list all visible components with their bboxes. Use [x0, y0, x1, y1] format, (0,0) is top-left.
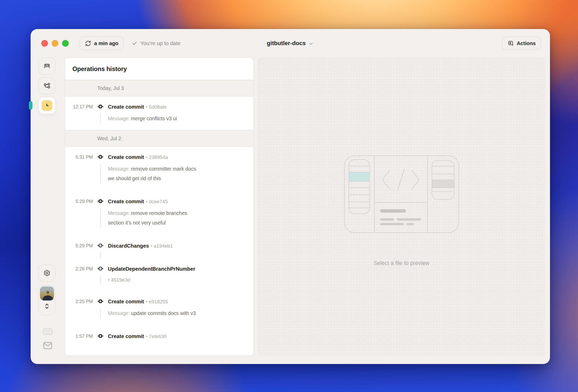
- entry-sha: 238954a: [149, 155, 168, 160]
- entry-connector-line: [100, 309, 101, 318]
- entry-sha: •4519e3d: [108, 276, 245, 284]
- active-tab-indicator: [29, 101, 32, 110]
- bullet: •: [151, 243, 153, 249]
- branches-icon: [43, 82, 51, 90]
- bullet: •: [146, 104, 148, 110]
- project-name: gitbutler-docs: [267, 40, 306, 47]
- actions-button[interactable]: Actions: [502, 37, 541, 50]
- sync-button[interactable]: a min ago: [80, 37, 123, 50]
- entry-time: 2:25 PM: [65, 298, 93, 305]
- close-button[interactable]: [41, 40, 48, 47]
- commit-message: Message:update commits docs with v3: [108, 309, 245, 318]
- date-header: Today, Jul 3: [65, 80, 253, 96]
- sidebar-item-workspace[interactable]: [38, 58, 56, 75]
- sidebar-item-history[interactable]: [38, 97, 56, 114]
- desktop-wallpaper: a min ago You’re up to date gitbutler-do…: [0, 0, 578, 392]
- entry-operation: DiscardChanges: [108, 243, 149, 249]
- commit-message: Message:remove remote branches: [108, 208, 245, 218]
- sidebar-item-branches[interactable]: [38, 77, 56, 94]
- date-header: Wed, Jul 2: [65, 130, 253, 147]
- up-down-chevrons-icon: [43, 302, 51, 312]
- entry-time: 5:31 PM: [65, 153, 93, 161]
- bullet: •: [146, 155, 148, 160]
- mail-icon[interactable]: [43, 342, 52, 349]
- workbench-icon: [43, 62, 51, 70]
- sync-icon: [85, 40, 91, 47]
- bullet: •: [108, 277, 110, 283]
- account-switcher[interactable]: [38, 285, 56, 315]
- history-clock-icon: [42, 100, 52, 111]
- bullet: •: [146, 299, 148, 304]
- operations-history-panel: Operations history Today, Jul 3 12:17 PM…: [65, 58, 254, 356]
- entry-connector-line: [100, 164, 101, 183]
- history-entry[interactable]: 12:17 PM Create commit•5d08afe Message:m…: [65, 96, 253, 130]
- history-entry[interactable]: 5:31 PM Create commit•238954a Message:re…: [65, 147, 253, 191]
- entry-connector-line: [100, 276, 101, 284]
- entry-connector-line: [100, 252, 101, 258]
- minimize-button[interactable]: [52, 40, 58, 47]
- commit-node-icon: [97, 265, 104, 272]
- commit-message: section it’s not very useful: [108, 218, 245, 228]
- history-entry[interactable]: 5:29 PM DiscardChanges•a194eb1: [65, 235, 253, 258]
- panel-title: Operations history: [65, 58, 253, 80]
- traffic-lights: [41, 40, 69, 47]
- status-label: You’re up to date: [140, 40, 180, 46]
- history-entry[interactable]: 5:29 PM Create commit•dcee745 Message:re…: [65, 191, 253, 235]
- create-commit-icon: [97, 333, 104, 339]
- chevron-down-icon: [308, 40, 314, 47]
- create-commit-icon: [97, 153, 104, 160]
- user-avatar[interactable]: [40, 286, 54, 300]
- entry-operation: Create commit: [108, 154, 144, 160]
- preview-placeholder: Select a file to preview: [258, 260, 545, 267]
- entry-sha: 7efe630: [149, 334, 167, 339]
- sidebar-item-settings[interactable]: [38, 264, 56, 282]
- entry-time: 5:29 PM: [65, 198, 93, 205]
- entry-time: 12:17 PM: [65, 103, 93, 111]
- commit-message: Message:merge conflicts v3 ui: [108, 114, 245, 123]
- entry-operation: Create commit: [108, 104, 144, 110]
- keyboard-icon[interactable]: [43, 328, 52, 335]
- empty-preview-illustration: [344, 155, 459, 234]
- bullet: •: [146, 334, 148, 339]
- actions-sparkle-icon: [507, 40, 514, 47]
- sidebar-rail: [31, 58, 65, 356]
- titlebar: a min ago You’re up to date gitbutler-do…: [31, 29, 550, 58]
- commit-node-icon: [97, 242, 104, 249]
- commit-message: Message:remove committer mark docs: [108, 164, 245, 174]
- sync-label: a min ago: [94, 40, 118, 46]
- entry-time: 2:26 PM: [65, 265, 93, 272]
- file-preview-panel: Select a file to preview: [258, 58, 545, 356]
- entry-sha: 5d08afe: [149, 104, 167, 110]
- history-entry[interactable]: 2:26 PM UpdateDependentBranchPrNumber •4…: [65, 258, 253, 291]
- create-commit-icon: [97, 298, 104, 305]
- entry-operation: Create commit: [108, 299, 144, 304]
- entry-operation: Create commit: [108, 199, 144, 204]
- entry-connector-line: [100, 208, 101, 228]
- entry-operation: UpdateDependentBranchPrNumber: [108, 266, 195, 272]
- settings-hexagon-icon: [43, 269, 51, 277]
- zoom-button[interactable]: [62, 40, 69, 47]
- up-to-date-status: You’re up to date: [132, 40, 180, 46]
- commit-message: we should get rid of this: [108, 174, 245, 183]
- entry-operation: Create commit: [108, 333, 144, 339]
- entry-sha: dcee745: [149, 199, 168, 204]
- history-entry[interactable]: 1:57 PM Create commit•7efe630: [65, 326, 253, 344]
- entry-time: 5:29 PM: [65, 242, 93, 250]
- entry-connector-line: [100, 114, 101, 123]
- check-icon: [132, 40, 137, 46]
- entry-sha: e918255: [149, 299, 168, 304]
- project-selector[interactable]: gitbutler-docs: [267, 40, 314, 47]
- history-entry[interactable]: 2:25 PM Create commit•e918255 Message:up…: [65, 291, 253, 326]
- entry-time: 1:57 PM: [65, 333, 93, 340]
- create-commit-icon: [97, 198, 104, 205]
- create-commit-icon: [97, 103, 104, 110]
- gitbutler-window: a min ago You’re up to date gitbutler-do…: [31, 29, 550, 364]
- actions-label: Actions: [517, 40, 536, 46]
- entry-sha: a194eb1: [154, 243, 173, 249]
- bullet: •: [146, 199, 148, 204]
